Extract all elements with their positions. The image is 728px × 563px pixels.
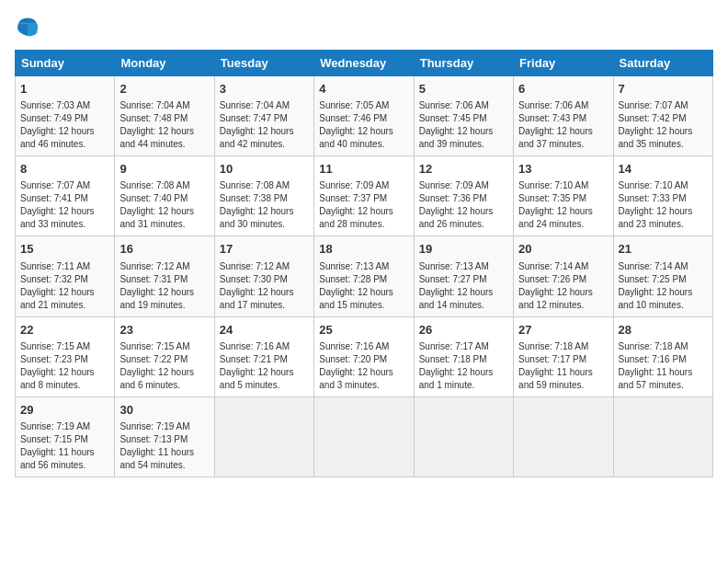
calendar-cell: 26Sunrise: 7:17 AMSunset: 7:18 PMDayligh… [414, 316, 513, 396]
day-number: 23 [119, 322, 209, 339]
day-number: 16 [119, 241, 209, 258]
calendar-cell: 8Sunrise: 7:07 AMSunset: 7:41 PMDaylight… [16, 156, 115, 236]
day-info: Sunrise: 7:08 AMSunset: 7:40 PMDaylight:… [119, 179, 209, 231]
day-number: 17 [220, 241, 309, 258]
day-info: Sunrise: 7:14 AMSunset: 7:26 PMDaylight:… [518, 260, 608, 312]
day-number: 8 [20, 161, 109, 178]
day-number: 12 [419, 161, 508, 178]
day-info: Sunrise: 7:06 AMSunset: 7:43 PMDaylight:… [518, 99, 608, 151]
calendar-cell: 6Sunrise: 7:06 AMSunset: 7:43 PMDaylight… [514, 76, 613, 156]
day-info: Sunrise: 7:19 AMSunset: 7:13 PMDaylight:… [119, 420, 209, 472]
calendar-cell: 3Sunrise: 7:04 AMSunset: 7:47 PMDaylight… [214, 76, 313, 156]
day-info: Sunrise: 7:17 AMSunset: 7:18 PMDaylight:… [419, 340, 508, 392]
calendar-cell: 11Sunrise: 7:09 AMSunset: 7:37 PMDayligh… [314, 156, 414, 236]
day-info: Sunrise: 7:09 AMSunset: 7:37 PMDaylight:… [319, 179, 408, 231]
calendar-cell: 19Sunrise: 7:13 AMSunset: 7:27 PMDayligh… [414, 236, 513, 316]
calendar-cell: 4Sunrise: 7:05 AMSunset: 7:46 PMDaylight… [314, 76, 414, 156]
day-number: 10 [220, 161, 309, 178]
day-info: Sunrise: 7:18 AMSunset: 7:16 PMDaylight:… [619, 340, 708, 392]
day-number: 22 [20, 322, 109, 339]
col-header-sunday: Sunday [16, 51, 115, 76]
day-number: 29 [20, 402, 109, 419]
logo [15, 15, 44, 40]
col-header-wednesday: Wednesday [314, 51, 414, 76]
day-info: Sunrise: 7:16 AMSunset: 7:21 PMDaylight:… [220, 340, 309, 392]
calendar-cell: 13Sunrise: 7:10 AMSunset: 7:35 PMDayligh… [514, 156, 613, 236]
calendar-cell: 17Sunrise: 7:12 AMSunset: 7:30 PMDayligh… [214, 236, 313, 316]
calendar-week-4: 22Sunrise: 7:15 AMSunset: 7:23 PMDayligh… [16, 316, 713, 396]
day-number: 2 [119, 81, 209, 98]
calendar-cell: 2Sunrise: 7:04 AMSunset: 7:48 PMDaylight… [115, 76, 214, 156]
day-number: 20 [518, 241, 608, 258]
day-info: Sunrise: 7:07 AMSunset: 7:41 PMDaylight:… [20, 179, 109, 231]
day-number: 19 [419, 241, 508, 258]
calendar-week-2: 8Sunrise: 7:07 AMSunset: 7:41 PMDaylight… [16, 156, 713, 236]
day-info: Sunrise: 7:03 AMSunset: 7:49 PMDaylight:… [20, 99, 109, 151]
day-number: 27 [518, 322, 608, 339]
calendar-cell [414, 396, 513, 477]
day-info: Sunrise: 7:19 AMSunset: 7:15 PMDaylight:… [20, 420, 109, 472]
calendar-cell: 20Sunrise: 7:14 AMSunset: 7:26 PMDayligh… [514, 236, 613, 316]
day-number: 3 [220, 81, 309, 98]
col-header-thursday: Thursday [414, 51, 513, 76]
calendar-cell [613, 396, 712, 477]
day-info: Sunrise: 7:10 AMSunset: 7:33 PMDaylight:… [619, 179, 708, 231]
day-info: Sunrise: 7:16 AMSunset: 7:20 PMDaylight:… [319, 340, 408, 392]
day-number: 30 [119, 402, 209, 419]
calendar-cell: 9Sunrise: 7:08 AMSunset: 7:40 PMDaylight… [115, 156, 214, 236]
calendar-cell: 10Sunrise: 7:08 AMSunset: 7:38 PMDayligh… [214, 156, 313, 236]
col-header-tuesday: Tuesday [214, 51, 313, 76]
col-header-saturday: Saturday [613, 51, 712, 76]
day-info: Sunrise: 7:08 AMSunset: 7:38 PMDaylight:… [220, 179, 309, 231]
day-info: Sunrise: 7:05 AMSunset: 7:46 PMDaylight:… [319, 99, 408, 151]
calendar-cell: 30Sunrise: 7:19 AMSunset: 7:13 PMDayligh… [115, 396, 214, 477]
calendar-cell: 14Sunrise: 7:10 AMSunset: 7:33 PMDayligh… [613, 156, 712, 236]
day-info: Sunrise: 7:13 AMSunset: 7:28 PMDaylight:… [319, 260, 408, 312]
day-number: 9 [119, 161, 209, 178]
header-row: SundayMondayTuesdayWednesdayThursdayFrid… [16, 51, 713, 76]
day-number: 1 [20, 81, 109, 98]
calendar-cell: 21Sunrise: 7:14 AMSunset: 7:25 PMDayligh… [613, 236, 712, 316]
calendar-cell: 12Sunrise: 7:09 AMSunset: 7:36 PMDayligh… [414, 156, 513, 236]
page-header [15, 15, 713, 40]
logo-icon [15, 15, 40, 40]
day-info: Sunrise: 7:11 AMSunset: 7:32 PMDaylight:… [20, 260, 109, 312]
day-info: Sunrise: 7:12 AMSunset: 7:31 PMDaylight:… [119, 260, 209, 312]
day-info: Sunrise: 7:14 AMSunset: 7:25 PMDaylight:… [619, 260, 708, 312]
day-info: Sunrise: 7:12 AMSunset: 7:30 PMDaylight:… [220, 260, 309, 312]
day-info: Sunrise: 7:04 AMSunset: 7:48 PMDaylight:… [119, 99, 209, 151]
col-header-friday: Friday [514, 51, 613, 76]
day-info: Sunrise: 7:09 AMSunset: 7:36 PMDaylight:… [419, 179, 508, 231]
day-number: 15 [20, 241, 109, 258]
day-number: 14 [619, 161, 708, 178]
day-info: Sunrise: 7:15 AMSunset: 7:23 PMDaylight:… [20, 340, 109, 392]
day-number: 6 [518, 81, 608, 98]
day-info: Sunrise: 7:04 AMSunset: 7:47 PMDaylight:… [220, 99, 309, 151]
calendar-week-5: 29Sunrise: 7:19 AMSunset: 7:15 PMDayligh… [16, 396, 713, 477]
calendar-cell: 24Sunrise: 7:16 AMSunset: 7:21 PMDayligh… [214, 316, 313, 396]
day-info: Sunrise: 7:13 AMSunset: 7:27 PMDaylight:… [419, 260, 508, 312]
calendar-week-1: 1Sunrise: 7:03 AMSunset: 7:49 PMDaylight… [16, 76, 713, 156]
calendar-cell: 29Sunrise: 7:19 AMSunset: 7:15 PMDayligh… [16, 396, 115, 477]
calendar-cell: 25Sunrise: 7:16 AMSunset: 7:20 PMDayligh… [314, 316, 414, 396]
day-info: Sunrise: 7:06 AMSunset: 7:45 PMDaylight:… [419, 99, 508, 151]
calendar-cell [514, 396, 613, 477]
col-header-monday: Monday [115, 51, 214, 76]
calendar-cell: 22Sunrise: 7:15 AMSunset: 7:23 PMDayligh… [16, 316, 115, 396]
day-info: Sunrise: 7:15 AMSunset: 7:22 PMDaylight:… [119, 340, 209, 392]
day-info: Sunrise: 7:18 AMSunset: 7:17 PMDaylight:… [518, 340, 608, 392]
day-number: 7 [619, 81, 708, 98]
day-number: 25 [319, 322, 408, 339]
calendar-cell: 5Sunrise: 7:06 AMSunset: 7:45 PMDaylight… [414, 76, 513, 156]
calendar-cell: 23Sunrise: 7:15 AMSunset: 7:22 PMDayligh… [115, 316, 214, 396]
day-info: Sunrise: 7:10 AMSunset: 7:35 PMDaylight:… [518, 179, 608, 231]
calendar-cell: 16Sunrise: 7:12 AMSunset: 7:31 PMDayligh… [115, 236, 214, 316]
day-number: 18 [319, 241, 408, 258]
day-number: 13 [518, 161, 608, 178]
day-number: 24 [220, 322, 309, 339]
calendar-cell: 18Sunrise: 7:13 AMSunset: 7:28 PMDayligh… [314, 236, 414, 316]
day-info: Sunrise: 7:07 AMSunset: 7:42 PMDaylight:… [619, 99, 708, 151]
calendar-cell [214, 396, 313, 477]
calendar-cell: 7Sunrise: 7:07 AMSunset: 7:42 PMDaylight… [613, 76, 712, 156]
day-number: 5 [419, 81, 508, 98]
